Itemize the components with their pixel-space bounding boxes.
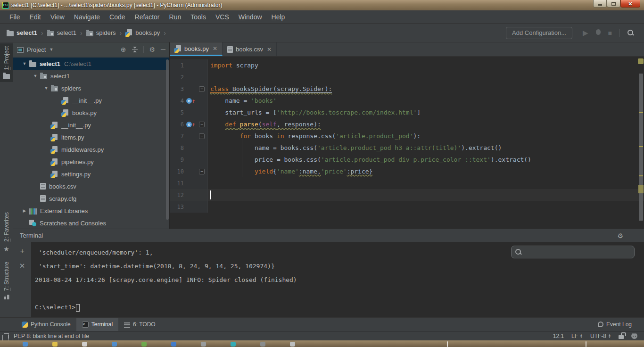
caret-position[interactable]: 12:1 bbox=[553, 333, 564, 339]
tree-expand-icon[interactable]: ▼ bbox=[41, 86, 51, 91]
tool-button-terminal[interactable]: Terminal bbox=[76, 318, 118, 331]
taskbar-icon[interactable] bbox=[141, 342, 147, 347]
menu-run[interactable]: Run bbox=[165, 13, 186, 21]
taskbar-icon[interactable] bbox=[82, 342, 87, 347]
code-text[interactable] bbox=[207, 189, 644, 201]
tool-button-structure[interactable]: 7: Structure bbox=[0, 262, 13, 299]
tree-item-pipelines-py[interactable]: pipelines.py bbox=[13, 156, 169, 168]
code-line-11[interactable]: 11 bbox=[170, 177, 644, 189]
code-text[interactable]: name = books.css('article.product_pod h3… bbox=[207, 142, 644, 154]
tree-item-select1[interactable]: ▼select1 bbox=[13, 70, 169, 82]
tab-close-icon[interactable]: ✕ bbox=[267, 46, 272, 53]
tree-expand-icon[interactable]: ▶ bbox=[20, 208, 29, 213]
code-text[interactable]: yield{'name':name,'price':price} bbox=[207, 165, 644, 177]
code-editor[interactable]: 1import scrapy23−class BooksSpider(scrap… bbox=[170, 57, 644, 229]
tree-item--init-py[interactable]: __init__.py bbox=[13, 119, 169, 131]
tree-item-books-csv[interactable]: books.csv bbox=[13, 180, 169, 192]
tool-button-project[interactable]: 1: Project bbox=[0, 43, 13, 82]
tree-expand-icon[interactable]: ▼ bbox=[31, 74, 40, 78]
code-text[interactable]: class BooksSpider(scrapy.Spider): bbox=[207, 83, 644, 95]
code-text[interactable]: name = 'books' bbox=[207, 95, 644, 107]
menu-edit[interactable]: Edit bbox=[25, 13, 46, 21]
terminal-gear-icon[interactable]: ⚙ bbox=[618, 232, 624, 239]
menu-tools[interactable]: Tools bbox=[186, 13, 211, 21]
tree-item-settings-py[interactable]: settings.py bbox=[13, 168, 169, 180]
code-line-13[interactable]: 13 bbox=[170, 201, 644, 213]
tree-item-items-py[interactable]: items.py bbox=[13, 131, 169, 143]
menu-help[interactable]: Help bbox=[267, 13, 290, 21]
menu-view[interactable]: View bbox=[46, 13, 69, 21]
tree-item-external-libraries[interactable]: ▶External Libraries bbox=[13, 205, 169, 217]
code-line-8[interactable]: 8 name = books.css('article.product_pod … bbox=[170, 142, 644, 154]
menu-navigate[interactable]: Navigate bbox=[69, 13, 105, 21]
code-line-9[interactable]: 9 price = books.css('article.product_pod… bbox=[170, 154, 644, 165]
tree-item--init-py[interactable]: __init__.py bbox=[13, 94, 169, 107]
taskbar-icon[interactable] bbox=[23, 342, 28, 347]
menu-vcs[interactable]: VCS bbox=[211, 13, 234, 21]
add-configuration-button[interactable]: Add Configuration... bbox=[506, 27, 572, 39]
menu-window[interactable]: Window bbox=[234, 13, 267, 21]
code-line-6[interactable]: 6o↑− def parse(self, response): bbox=[170, 118, 644, 130]
tree-item-scrapy-cfg[interactable]: scrapy.cfg bbox=[13, 192, 169, 205]
scrollbar-thumb[interactable] bbox=[639, 74, 643, 221]
menu-file[interactable]: File bbox=[5, 13, 25, 21]
gear-icon[interactable]: ⚙ bbox=[149, 46, 156, 53]
code-line-1[interactable]: 1import scrapy bbox=[170, 59, 644, 71]
code-line-3[interactable]: 3−class BooksSpider(scrapy.Spider): bbox=[170, 83, 644, 95]
close-session-icon[interactable]: ✕ bbox=[19, 262, 25, 277]
close-button[interactable]: ✕ bbox=[620, 0, 640, 8]
taskbar-icon[interactable] bbox=[52, 342, 58, 347]
tree-item-scratches-and-consoles[interactable]: Scratches and Consoles bbox=[13, 217, 169, 229]
code-text[interactable]: import scrapy bbox=[207, 59, 644, 71]
code-text[interactable]: price = books.css('article.product_pod d… bbox=[207, 154, 644, 165]
code-line-7[interactable]: 7− for books in response.css('article.pr… bbox=[170, 130, 644, 142]
code-text[interactable] bbox=[207, 71, 644, 83]
taskbar-icon[interactable] bbox=[201, 342, 206, 347]
code-line-5[interactable]: 5 start_urls = ['http://books.toscrape.c… bbox=[170, 107, 644, 118]
encoding-selector[interactable]: UTF-8 ▲▼ bbox=[590, 333, 611, 339]
code-line-12[interactable]: 12 bbox=[170, 189, 644, 201]
warning-stripe[interactable] bbox=[638, 185, 644, 193]
code-line-4[interactable]: 4o↑ name = 'books' bbox=[170, 95, 644, 107]
line-ending-selector[interactable]: LF ▲▼ bbox=[571, 333, 583, 339]
menu-refactor[interactable]: Refactor bbox=[130, 13, 165, 21]
taskbar-icon[interactable] bbox=[171, 342, 176, 347]
breadcrumb-item-select1[interactable]: select1 bbox=[7, 29, 37, 36]
tree-item-spiders[interactable]: ▼spiders bbox=[13, 82, 169, 94]
hide-panel-icon[interactable]: ─ bbox=[161, 46, 165, 53]
highlighting-level-icon[interactable] bbox=[631, 333, 637, 339]
tool-button-favorites[interactable]: 2: Favorites★ bbox=[0, 212, 13, 252]
taskbar-icon[interactable] bbox=[260, 342, 265, 347]
override-gutter-icon[interactable]: o↑ bbox=[184, 95, 196, 107]
breadcrumb-item-spiders[interactable]: spiders bbox=[86, 29, 116, 36]
editor-tab-books-csv[interactable]: books.csv✕ bbox=[223, 42, 277, 56]
code-text[interactable] bbox=[207, 201, 644, 213]
unlocked-icon[interactable] bbox=[619, 335, 624, 339]
warning-stripe[interactable] bbox=[639, 146, 643, 147]
event-log-button[interactable]: Event Log bbox=[592, 318, 637, 331]
chevron-down-icon[interactable]: ▼ bbox=[49, 47, 53, 52]
status-message[interactable]: PEP 8: blank line at end of file bbox=[14, 333, 89, 339]
code-text[interactable]: start_urls = ['http://books.toscrape.com… bbox=[207, 107, 644, 118]
project-panel-title[interactable]: Project bbox=[27, 46, 46, 53]
tool-button-6-todo[interactable]: 6: TODO bbox=[118, 318, 161, 331]
editor-scrollbar[interactable] bbox=[637, 57, 644, 229]
project-scrollbar[interactable] bbox=[166, 59, 169, 220]
editor-tab-books-py[interactable]: books.py✕ bbox=[170, 42, 223, 56]
locate-file-icon[interactable]: ⊕ bbox=[121, 46, 126, 53]
tree-expand-icon[interactable]: ▼ bbox=[20, 61, 29, 66]
override-gutter-icon[interactable]: o↑ bbox=[184, 118, 196, 130]
code-text[interactable]: for books in response.css('article.produ… bbox=[207, 130, 644, 142]
code-line-10[interactable]: 10− yield{'name':name,'price':price} bbox=[170, 165, 644, 177]
inspection-indicator[interactable] bbox=[638, 58, 644, 64]
code-text[interactable] bbox=[207, 177, 644, 189]
breadcrumb-item-books.py[interactable]: books.py bbox=[125, 29, 160, 36]
code-text[interactable]: def parse(self, response): bbox=[207, 118, 644, 130]
maximize-button[interactable] bbox=[607, 0, 620, 8]
warning-stripe[interactable] bbox=[639, 175, 643, 176]
breadcrumb-item-select1[interactable]: select1 bbox=[47, 29, 76, 36]
warning-stripe[interactable] bbox=[639, 112, 643, 113]
tab-close-icon[interactable]: ✕ bbox=[213, 45, 217, 52]
menu-code[interactable]: Code bbox=[105, 13, 130, 21]
tree-item-select1[interactable]: ▼select1C:\select1 bbox=[13, 58, 169, 70]
